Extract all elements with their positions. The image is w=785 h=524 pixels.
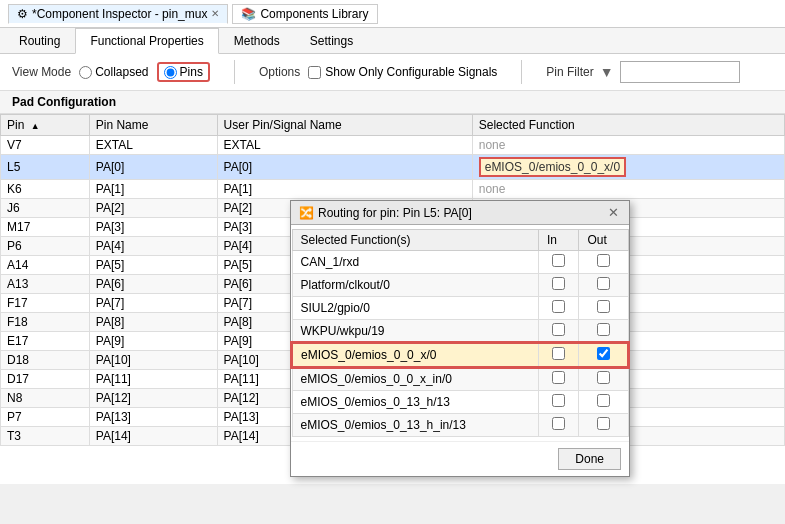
cell-pin: F18 [1,313,90,332]
dialog-cell-in[interactable] [538,343,579,367]
col-pin[interactable]: Pin ▲ [1,115,90,136]
dialog-cell-out[interactable] [579,320,628,344]
pins-label: Pins [180,65,203,79]
tab-component-inspector[interactable]: ⚙ *Component Inspector - pin_mux ✕ [8,4,228,24]
dialog-col-function: Selected Function(s) [292,230,538,251]
dialog-table-row[interactable]: WKPU/wkpu/19 [292,320,628,344]
pin-filter-label: Pin Filter [546,65,593,79]
tab-functional-properties[interactable]: Functional Properties [75,28,218,54]
cell-pin: D18 [1,351,90,370]
dialog-cell-out[interactable] [579,414,628,437]
cell-pin: A13 [1,275,90,294]
cell-pin-name: PA[2] [89,199,217,218]
dialog-cell-out[interactable] [579,367,628,391]
dialog-cell-in[interactable] [538,297,579,320]
done-button[interactable]: Done [558,448,621,470]
gear-icon: ⚙ [17,7,28,21]
cell-pin: V7 [1,136,90,155]
dialog-table-row[interactable]: eMIOS_0/emios_0_13_h_in/13 [292,414,628,437]
cell-pin: P6 [1,237,90,256]
cell-selected-function: none [472,136,784,155]
dialog-table-row[interactable]: Platform/clkout/0 [292,274,628,297]
dialog-table-row[interactable]: eMIOS_0/emios_0_0_x_in/0 [292,367,628,391]
dialog-col-in: In [538,230,579,251]
collapsed-radio[interactable]: Collapsed [79,65,148,79]
table-header-row: Pin ▲ Pin Name User Pin/Signal Name Sele… [1,115,785,136]
cell-pin-name: PA[11] [89,370,217,389]
pin-filter-section: Pin Filter ▼ [546,61,739,83]
dialog-table-row[interactable]: eMIOS_0/emios_0_0_x/0 [292,343,628,367]
dialog-cell-function: eMIOS_0/emios_0_0_x_in/0 [292,367,538,391]
dialog-cell-in[interactable] [538,274,579,297]
dialog-cell-function: WKPU/wkpu/19 [292,320,538,344]
cell-pin: P7 [1,408,90,427]
dialog-cell-out[interactable] [579,251,628,274]
view-mode-radio-group: Collapsed Pins [79,62,210,82]
cell-pin: L5 [1,155,90,180]
filter-input[interactable] [620,61,740,83]
tab-routing[interactable]: Routing [4,28,75,54]
table-row[interactable]: K6PA[1]PA[1]none [1,180,785,199]
cell-user-pin: PA[1] [217,180,472,199]
dialog-content: Selected Function(s) In Out CAN_1/rxdPla… [291,225,629,441]
dialog-title-bar[interactable]: 🔀 Routing for pin: Pin L5: PA[0] ✕ [291,201,629,225]
divider-1 [234,60,235,84]
cell-pin-name: EXTAL [89,136,217,155]
col-selected-function: Selected Function [472,115,784,136]
table-row[interactable]: V7EXTALEXTALnone [1,136,785,155]
routing-icon: 🔀 [299,206,314,220]
cell-pin: J6 [1,199,90,218]
pins-radio[interactable]: Pins [157,62,210,82]
cell-pin-name: PA[12] [89,389,217,408]
dialog-table-row[interactable]: SIUL2/gpio/0 [292,297,628,320]
tab-methods[interactable]: Methods [219,28,295,54]
dialog-cell-in[interactable] [538,414,579,437]
collapsed-label: Collapsed [95,65,148,79]
toolbar: View Mode Collapsed Pins Options Show On… [0,54,785,91]
dialog-table-row[interactable]: CAN_1/rxd [292,251,628,274]
col-pin-name[interactable]: Pin Name [89,115,217,136]
divider-2 [521,60,522,84]
tab-settings[interactable]: Settings [295,28,368,54]
dialog-cell-function: eMIOS_0/emios_0_13_h/13 [292,391,538,414]
dialog-cell-out[interactable] [579,391,628,414]
dialog-cell-function: eMIOS_0/emios_0_0_x/0 [292,343,538,367]
cell-pin: M17 [1,218,90,237]
cell-pin: N8 [1,389,90,408]
show-only-configurable-checkbox[interactable]: Show Only Configurable Signals [308,65,497,79]
dialog-cell-out[interactable] [579,343,628,367]
dialog-col-out: Out [579,230,628,251]
title-bar: ⚙ *Component Inspector - pin_mux ✕ 📚 Com… [0,0,785,28]
dialog-cell-function: eMIOS_0/emios_0_13_h_in/13 [292,414,538,437]
tab-component-inspector-label: *Component Inspector - pin_mux [32,7,207,21]
table-row[interactable]: L5PA[0]PA[0]eMIOS_0/emios_0_0_x/0 [1,155,785,180]
tab-components-library[interactable]: 📚 Components Library [232,4,377,24]
cell-pin-name: PA[10] [89,351,217,370]
routing-dialog[interactable]: 🔀 Routing for pin: Pin L5: PA[0] ✕ Selec… [290,200,630,477]
close-icon[interactable]: ✕ [211,8,219,19]
dialog-cell-out[interactable] [579,297,628,320]
cell-selected-function: eMIOS_0/emios_0_0_x/0 [472,155,784,180]
dialog-cell-function: SIUL2/gpio/0 [292,297,538,320]
dialog-close-button[interactable]: ✕ [606,205,621,220]
pad-config-header: Pad Configuration [0,91,785,114]
cell-pin: F17 [1,294,90,313]
dialog-title: Routing for pin: Pin L5: PA[0] [318,206,472,220]
cell-pin-name: PA[4] [89,237,217,256]
cell-user-pin: EXTAL [217,136,472,155]
view-mode-section: View Mode Collapsed Pins [12,62,210,82]
cell-pin: E17 [1,332,90,351]
dialog-cell-in[interactable] [538,391,579,414]
dialog-cell-in[interactable] [538,367,579,391]
dialog-cell-in[interactable] [538,320,579,344]
cell-selected-function: none [472,180,784,199]
cell-user-pin: PA[0] [217,155,472,180]
dialog-footer: Done [291,441,629,476]
dialog-table-row[interactable]: eMIOS_0/emios_0_13_h/13 [292,391,628,414]
cell-pin-name: PA[9] [89,332,217,351]
cell-pin: K6 [1,180,90,199]
cell-pin-name: PA[8] [89,313,217,332]
dialog-cell-out[interactable] [579,274,628,297]
dialog-cell-in[interactable] [538,251,579,274]
col-user-pin: User Pin/Signal Name [217,115,472,136]
